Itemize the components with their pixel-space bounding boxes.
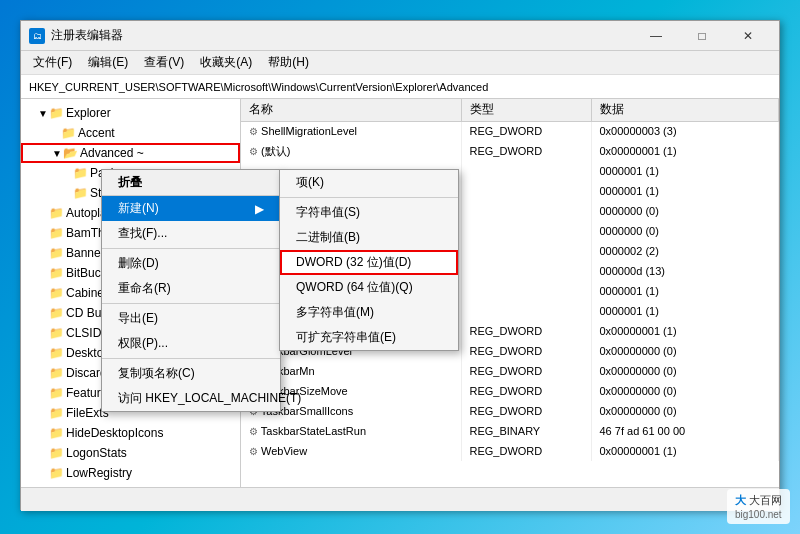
table-row[interactable]: ⚙ TaskbarSmallIcons REG_DWORD 0x00000000… (241, 401, 779, 421)
folder-icon: 📁 (49, 326, 64, 340)
reg-data: 0000001 (1) (591, 181, 779, 201)
folder-icon: 📁 (49, 266, 64, 280)
tree-item-accent[interactable]: ▶ 📁 Accent (21, 123, 240, 143)
arrow-advanced[interactable]: ▼ (51, 147, 63, 159)
menu-file[interactable]: 文件(F) (25, 52, 80, 73)
menu-favorites[interactable]: 收藏夹(A) (192, 52, 260, 73)
tree-label-advanced: Advanced ~ (80, 146, 144, 160)
sub-menu-binary[interactable]: 二进制值(B) (280, 225, 458, 250)
tree-label: Explorer (66, 106, 111, 120)
context-menu-rename[interactable]: 重命名(R) (102, 276, 280, 301)
menu-edit[interactable]: 编辑(E) (80, 52, 136, 73)
reg-type (461, 161, 591, 181)
tree-item-lowregistry[interactable]: ▶ 📁 LowRegistry (21, 463, 240, 483)
export-label: 导出(E) (118, 310, 158, 327)
sub-menu-qword[interactable]: QWORD (64 位值)(Q) (280, 275, 458, 300)
access-hklm-label: 访问 HKEY_LOCAL_MACHINE(T) (118, 390, 301, 407)
folder-icon: 📁 (49, 106, 64, 120)
sub-menu-multistring[interactable]: 多字符串值(M) (280, 300, 458, 325)
title-bar: 🗂 注册表编辑器 — □ ✕ (21, 21, 779, 51)
context-menu-copy-name[interactable]: 复制项名称(C) (102, 361, 280, 386)
watermark-icon: 大 (735, 494, 746, 506)
folder-icon: 📁 (49, 386, 64, 400)
tree-label: Accent (78, 126, 115, 140)
title-buttons: — □ ✕ (633, 21, 771, 51)
folder-icon: 📁 (49, 206, 64, 220)
registry-editor-window: 🗂 注册表编辑器 — □ ✕ 文件(F) 编辑(E) 查看(V) 收藏夹(A) … (20, 20, 780, 510)
reg-type (461, 201, 591, 221)
sub-menu-expandstring[interactable]: 可扩充字符串值(E) (280, 325, 458, 350)
window-title: 注册表编辑器 (51, 27, 123, 44)
context-menu-find[interactable]: 查找(F)... (102, 221, 280, 246)
reg-type: REG_DWORD (461, 121, 591, 141)
tree-item-menuorder[interactable]: ▶ 📁 MenuOrder (21, 483, 240, 487)
context-menu-delete[interactable]: 删除(D) (102, 251, 280, 276)
expandstring-label: 可扩充字符串值(E) (296, 330, 396, 344)
address-bar[interactable]: HKEY_CURRENT_USER\SOFTWARE\Microsoft\Win… (21, 75, 779, 99)
menu-help[interactable]: 帮助(H) (260, 52, 317, 73)
status-bar (21, 487, 779, 511)
tree-item-hidedesktop[interactable]: ▶ 📁 HideDesktopIcons (21, 423, 240, 443)
context-menu-access-hklm[interactable]: 访问 HKEY_LOCAL_MACHINE(T) (102, 386, 280, 411)
tree-item-explorer[interactable]: ▼ 📁 Explorer (21, 103, 240, 123)
sub-menu-dword[interactable]: DWORD (32 位)值(D) (280, 250, 458, 275)
reg-data: 0x00000001 (1) (591, 321, 779, 341)
reg-type (461, 241, 591, 261)
dword-label: DWORD (32 位)值(D) (296, 255, 411, 269)
tree-label: LogonStats (66, 446, 127, 460)
folder-icon-open: 📂 (63, 146, 78, 160)
reg-name: ⚙ WebView (241, 441, 461, 461)
find-label: 查找(F)... (118, 225, 167, 242)
reg-data: 0x00000000 (0) (591, 401, 779, 421)
collapse-label: 折叠 (118, 174, 142, 191)
app-icon: 🗂 (29, 28, 45, 44)
address-path: HKEY_CURRENT_USER\SOFTWARE\Microsoft\Win… (29, 81, 488, 93)
table-row[interactable]: ⚙ TaskbarSizeMove REG_DWORD 0x00000000 (… (241, 381, 779, 401)
permissions-label: 权限(P)... (118, 335, 168, 352)
arrow-explorer[interactable]: ▼ (37, 107, 49, 119)
string-label: 字符串值(S) (296, 205, 360, 219)
folder-icon: 📁 (49, 466, 64, 480)
reg-data: 0x00000000 (0) (591, 361, 779, 381)
table-row[interactable]: ⚙ WebView REG_DWORD 0x00000001 (1) (241, 441, 779, 461)
tree-item-logonstats[interactable]: ▶ 📁 LogonStats (21, 443, 240, 463)
reg-type (461, 261, 591, 281)
table-row[interactable]: ⚙ TaskbarMn REG_DWORD 0x00000000 (0) (241, 361, 779, 381)
reg-type (461, 221, 591, 241)
minimize-button[interactable]: — (633, 21, 679, 51)
multistring-label: 多字符串值(M) (296, 305, 374, 319)
context-menu-export[interactable]: 导出(E) (102, 306, 280, 331)
folder-icon: 📁 (49, 226, 64, 240)
sub-menu-key[interactable]: 项(K) (280, 170, 458, 195)
folder-icon: 📁 (49, 366, 64, 380)
folder-icon: 📁 (49, 486, 64, 487)
table-row[interactable]: ⚙ (默认) REG_DWORD 0x00000001 (1) (241, 141, 779, 161)
close-button[interactable]: ✕ (725, 21, 771, 51)
submenu-arrow: ▶ (255, 202, 264, 216)
reg-data: 46 7f ad 61 00 00 (591, 421, 779, 441)
tree-item-advanced[interactable]: ▼ 📂 Advanced ~ (21, 143, 240, 163)
reg-data: 0000000 (0) (591, 201, 779, 221)
reg-data: 0000001 (1) (591, 281, 779, 301)
delete-label: 删除(D) (118, 255, 159, 272)
folder-icon: 📁 (73, 166, 88, 180)
menu-view[interactable]: 查看(V) (136, 52, 192, 73)
context-menu-collapse[interactable]: 折叠 (102, 170, 280, 196)
reg-type (461, 181, 591, 201)
context-menu-new[interactable]: 新建(N) ▶ (102, 196, 280, 221)
rename-label: 重命名(R) (118, 280, 171, 297)
sub-menu: 项(K) 字符串值(S) 二进制值(B) DWORD (32 位)值(D) QW… (279, 169, 459, 351)
col-type: 类型 (461, 99, 591, 121)
binary-label: 二进制值(B) (296, 230, 360, 244)
table-row[interactable]: ⚙ TaskbarStateLastRun REG_BINARY 46 7f a… (241, 421, 779, 441)
tree-label: HideDesktopIcons (66, 426, 163, 440)
reg-type: REG_DWORD (461, 141, 591, 161)
table-row[interactable]: ⚙ ShellMigrationLevel REG_DWORD 0x000000… (241, 121, 779, 141)
reg-type: REG_DWORD (461, 381, 591, 401)
reg-type: REG_DWORD (461, 321, 591, 341)
folder-icon: 📁 (49, 346, 64, 360)
context-menu: 折叠 新建(N) ▶ 查找(F)... 删除(D) 重命名(R) 导出(E) 权… (101, 169, 281, 412)
sub-menu-string[interactable]: 字符串值(S) (280, 200, 458, 225)
maximize-button[interactable]: □ (679, 21, 725, 51)
context-menu-permissions[interactable]: 权限(P)... (102, 331, 280, 356)
